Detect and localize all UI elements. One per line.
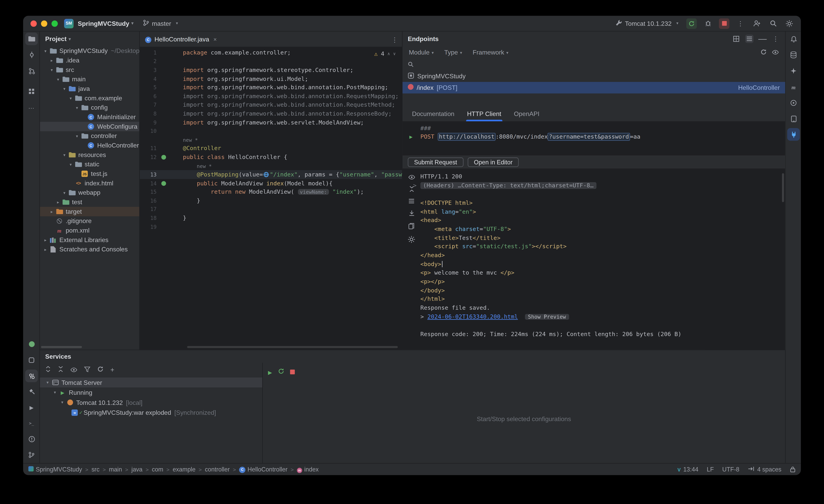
branch-selector[interactable]: master▾ <box>143 19 178 27</box>
code-line[interactable]: new * <box>140 135 402 144</box>
service-item-tomcat-server[interactable]: ▾Tomcat Server <box>40 378 262 387</box>
tree-item-target[interactable]: ▸target <box>40 207 139 216</box>
tree-item-webconfigura[interactable]: CWebConfigura <box>40 122 139 131</box>
search-everywhere-button[interactable] <box>768 18 778 28</box>
notifications-tool-icon[interactable] <box>787 32 800 45</box>
tree-item-resources[interactable]: ▾resources <box>40 150 139 160</box>
endpoints-search[interactable] <box>403 59 785 71</box>
debug-button[interactable] <box>703 18 713 28</box>
line-separator[interactable]: LF <box>707 466 714 473</box>
submit-request-button[interactable]: Submit Request <box>408 157 463 167</box>
framework-filter[interactable]: Framework▾ <box>473 49 508 56</box>
file-encoding[interactable]: UTF-8 <box>722 466 739 473</box>
response-file-link[interactable]: 2024-06-02T163340.200.html <box>427 313 518 320</box>
rerun-service-button[interactable] <box>278 367 284 377</box>
code-line[interactable]: 7import org.springframework.web.bind.ann… <box>140 101 402 109</box>
commit-tool-icon[interactable] <box>25 48 38 61</box>
run-tool-icon[interactable]: ▶ <box>25 401 38 414</box>
open-in-editor-button[interactable]: Open in Editor <box>468 157 519 167</box>
copy-console-icon[interactable] <box>408 223 415 231</box>
next-problem-icon[interactable]: ∨ <box>393 51 396 56</box>
type-filter[interactable]: Type▾ <box>444 49 462 56</box>
code-vision-inlay[interactable]: new * <box>197 163 212 169</box>
code-line[interactable]: 13 @PostMapping(value="/index", params =… <box>140 170 402 179</box>
code-line[interactable]: 4import org.springframework.ui.Model; <box>140 74 402 83</box>
structure-tool-icon[interactable] <box>25 85 38 98</box>
tree-item--gitignore[interactable]: .gitignore <box>40 216 139 226</box>
code-line[interactable]: 11@Controller <box>140 144 402 153</box>
tree-item-controller[interactable]: ▾controller <box>40 131 139 141</box>
code-vision-inlay[interactable]: new * <box>183 137 198 143</box>
tree-item-hellocontroller[interactable]: CHelloController <box>40 141 139 150</box>
list-console-icon[interactable] <box>408 199 415 205</box>
tab-options-icon[interactable]: ⋮ <box>392 34 398 44</box>
settings-button[interactable] <box>784 18 795 28</box>
tree-item-com-example[interactable]: ▾com.example <box>40 93 139 103</box>
code-line[interactable]: 9import org.springframework.web.servlet.… <box>140 118 402 127</box>
stop-button[interactable] <box>719 18 729 28</box>
maven-tool-icon[interactable]: m <box>787 81 800 94</box>
breadcrumb-controller[interactable]: controller <box>205 466 230 473</box>
endpoints-tool-icon[interactable] <box>787 128 800 141</box>
rerun-dim-services-icon[interactable] <box>97 365 104 374</box>
device-manager-tool-icon[interactable] <box>787 112 800 125</box>
eye-services-icon[interactable] <box>71 365 77 374</box>
ai-assistant-tool-icon[interactable] <box>787 65 800 77</box>
collapse-services-icon[interactable] <box>58 365 64 374</box>
code-line[interactable]: 8import org.springframework.web.bind.ann… <box>140 109 402 118</box>
code-line[interactable]: 6import org.springframework.web.bind.ann… <box>140 92 402 101</box>
hide-panel-icon[interactable]: — <box>758 35 767 43</box>
expand-services-icon[interactable] <box>45 365 51 374</box>
endpoints-group-row[interactable]: SpringMVCStudy <box>403 71 785 82</box>
split-view-icon[interactable] <box>732 35 740 43</box>
tree-item--idea[interactable]: ▸.idea <box>40 56 139 65</box>
tree-item-springmvcstudy[interactable]: ▾SpringMVCStudy~/Desktop/CS… <box>40 46 139 56</box>
pull-requests-tool-icon[interactable] <box>25 65 38 77</box>
view-options-icon[interactable] <box>772 49 779 56</box>
code-line[interactable]: 5import org.springframework.web.bind.ann… <box>140 83 402 92</box>
code-line[interactable]: 18} <box>140 214 402 223</box>
project-tool-icon[interactable] <box>25 32 38 45</box>
tree-item-external-libraries[interactable]: ▸External Libraries <box>40 235 139 245</box>
gradle-tool-icon[interactable] <box>787 97 800 109</box>
terminal-tool-icon[interactable]: >_ <box>25 417 38 429</box>
gear-console-icon[interactable] <box>408 236 415 245</box>
tree-item-index-html[interactable]: <>index.html <box>40 178 139 188</box>
panel-options-icon[interactable]: ⋮ <box>771 35 780 43</box>
project-hscrollbar[interactable] <box>41 346 82 348</box>
tree-item-config[interactable]: ▾config <box>40 103 139 112</box>
readonly-toggle[interactable] <box>790 466 796 473</box>
spring-bean-gutter-icon[interactable] <box>159 155 168 160</box>
show-preview-button[interactable]: Show Preview <box>525 314 569 320</box>
database-tool-icon[interactable] <box>787 48 800 61</box>
tree-item-static[interactable]: ▾static <box>40 160 139 169</box>
breadcrumb-com[interactable]: com <box>152 466 164 473</box>
breadcrumb-src[interactable]: src <box>91 466 100 473</box>
version-control-tool-icon[interactable] <box>25 448 38 461</box>
code-line[interactable]: 12public class HelloController { <box>140 153 402 161</box>
download-console-icon[interactable] <box>408 210 415 218</box>
tree-item-scratches-and-consoles[interactable]: ▸Scratches and Consoles <box>40 245 139 254</box>
more-actions-button[interactable]: ⋮ <box>735 18 746 28</box>
code-line[interactable]: 19 <box>140 223 402 231</box>
endpoint-row-index[interactable]: /index [POST] HelloController <box>403 82 785 93</box>
spring-tool-icon[interactable] <box>25 338 38 350</box>
service-item-running[interactable]: ▾▶Running <box>40 387 262 397</box>
run-configuration-selector[interactable]: Tomcat 10.1.232▾ <box>616 19 679 27</box>
code-line[interactable]: 2 <box>140 57 402 66</box>
caret-position[interactable]: V13:44 <box>678 466 698 473</box>
tab-openapi[interactable]: OpenAPI <box>509 108 545 121</box>
build-tool-icon[interactable] <box>25 385 38 397</box>
tree-item-src[interactable]: ▾src <box>40 65 139 75</box>
list-view-icon[interactable] <box>745 35 753 43</box>
code-with-me-button[interactable] <box>751 18 762 28</box>
tab-documentation[interactable]: Documentation <box>407 108 459 121</box>
code-area[interactable]: ⚠ 4 ∧ ∨ 1package com.example.controller;… <box>140 47 402 350</box>
tree-item-pom-xml[interactable]: mpom.xml <box>40 226 139 235</box>
module-filter[interactable]: Module▾ <box>409 49 434 56</box>
breadcrumb-index[interactable]: mindex <box>297 466 319 473</box>
close-tab-icon[interactable]: × <box>213 36 217 42</box>
service-item-springmvcstudy-war-exploded[interactable]: w✓SpringMVCStudy:war exploded[Synchroniz… <box>40 407 262 417</box>
code-line[interactable]: 17 <box>140 205 402 214</box>
editor-tab-hellocontroller[interactable]: C HelloController.java × <box>140 31 222 47</box>
